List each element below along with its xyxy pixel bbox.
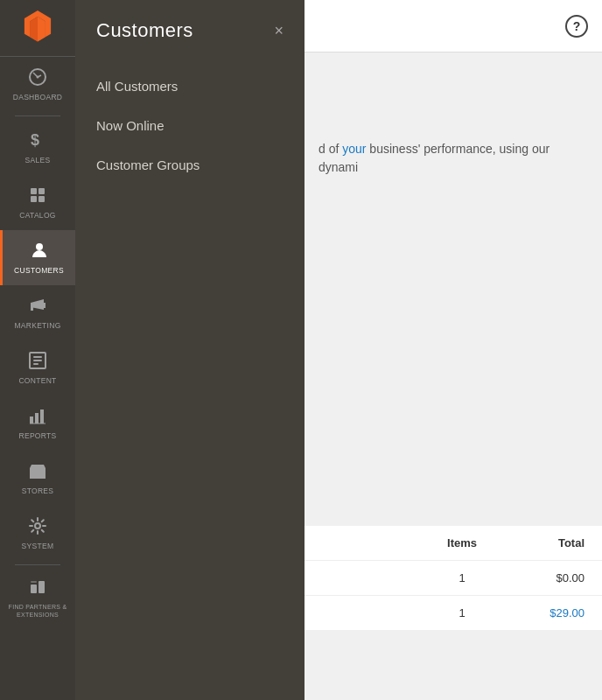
sidebar-item-content-label: CONTENT [18,376,56,385]
flyout-close-button[interactable]: × [274,23,284,38]
sidebar-item-stores[interactable]: STORES [0,451,75,506]
svg-point-11 [36,243,43,250]
stores-icon [28,461,47,483]
main-header: ? [304,0,602,52]
content-icon [28,351,47,373]
col-header-items: Items [427,536,497,550]
svg-rect-14 [33,356,42,358]
dashboard-icon [28,67,47,89]
sidebar-item-marketing-label: MARKETING [14,321,60,330]
reports-icon [28,406,47,428]
table-header-row: Items Total [304,526,602,561]
svg-rect-15 [33,360,42,361]
flyout-menu: All Customers Now Online Customer Groups [75,58,304,193]
sidebar-divider-1 [15,116,60,116]
svg-rect-24 [31,584,37,593]
flyout-header: Customers × [75,0,304,58]
row-1-items: 1 [427,571,497,584]
sidebar: DASHBOARD $ SALES CATALOG CUS [0,0,75,700]
marketing-icon [28,296,47,318]
svg-rect-17 [30,416,33,424]
col-header-total: Total [497,536,584,550]
svg-rect-26 [31,581,37,583]
table-row: 1 $0.00 [304,561,602,596]
svg-rect-8 [38,188,45,194]
sidebar-item-sales[interactable]: $ SALES [0,120,75,175]
table-row: 1 $29.00 [304,596,602,630]
sidebar-item-find-partners-label: FIND PARTNERS & EXTENSIONS [5,603,70,619]
sidebar-item-system-label: SYSTEM [22,542,54,550]
svg-point-23 [35,523,40,528]
svg-rect-12 [44,303,46,308]
find-partners-icon [28,578,47,599]
flyout-menu-item-all-customers[interactable]: All Customers [75,66,304,106]
flyout-menu-item-customer-groups[interactable]: Customer Groups [75,145,304,185]
sidebar-item-dashboard-label: DASHBOARD [13,93,63,102]
sidebar-item-dashboard[interactable]: DASHBOARD [0,57,75,112]
svg-point-5 [37,76,39,79]
flyout-title: Customers [96,19,193,42]
row-2-total: $29.00 [497,606,584,620]
sidebar-item-customers[interactable]: CUSTOMERS [0,230,75,285]
svg-rect-18 [35,413,38,424]
row-2-items: 1 [427,606,497,620]
help-button[interactable]: ? [565,15,588,38]
sidebar-item-sales-label: SALES [25,156,51,164]
sidebar-item-find-partners[interactable]: FIND PARTNERS & EXTENSIONS [0,569,75,627]
business-text-before: d of [318,142,342,156]
sidebar-item-reports[interactable]: REPORTS [0,396,75,451]
svg-rect-19 [40,410,44,424]
sidebar-item-catalog[interactable]: CATALOG [0,175,75,230]
sales-icon: $ [28,130,47,152]
business-performance-text: d of your business' performance, using o… [318,140,588,177]
sidebar-item-reports-label: REPORTS [18,431,56,440]
sidebar-item-catalog-label: CATALOG [19,211,55,220]
main-body: d of your business' performance, using o… [304,52,602,194]
sidebar-divider-2 [15,564,60,565]
sidebar-item-customers-label: CUSTOMERS [14,266,64,275]
row-1-total: $0.00 [497,571,584,584]
svg-rect-16 [33,363,38,365]
svg-rect-7 [31,188,37,194]
svg-rect-22 [35,472,40,479]
system-icon [28,516,47,538]
sidebar-item-content[interactable]: CONTENT [0,340,75,396]
flyout-menu-item-now-online[interactable]: Now Online [75,106,304,145]
bottom-table: Items Total 1 $0.00 1 $29.00 [304,526,602,630]
svg-rect-10 [38,196,45,202]
business-text-highlight: your [342,142,366,156]
svg-rect-25 [38,581,45,593]
sidebar-item-stores-label: STORES [22,486,54,495]
flyout-panel: Customers × All Customers Now Online Cus… [75,0,304,700]
question-mark-icon: ? [573,19,581,33]
svg-text:$: $ [31,131,40,149]
sidebar-item-marketing[interactable]: MARKETING [0,285,75,340]
sidebar-item-system[interactable]: SYSTEM [0,506,75,561]
sidebar-logo [0,0,75,57]
catalog-icon [28,186,47,207]
magento-logo-icon [20,10,55,46]
customers-icon [30,241,49,262]
main-content: ? d of your business' performance, using… [304,0,602,700]
svg-rect-9 [31,196,37,202]
